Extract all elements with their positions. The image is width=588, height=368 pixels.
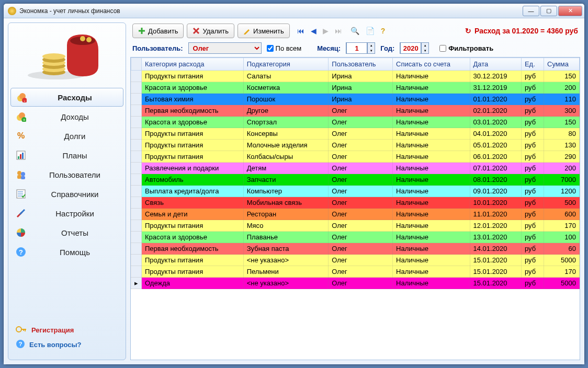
cell[interactable]: Пельмени: [243, 266, 329, 278]
cell[interactable]: 08.01.2020: [470, 174, 521, 186]
year-up[interactable]: ▲: [421, 43, 428, 48]
delete-button[interactable]: Удалить: [187, 24, 234, 38]
cell[interactable]: Наличные: [393, 151, 470, 163]
cell[interactable]: Одежда: [142, 278, 244, 289]
cell[interactable]: Олег: [329, 278, 393, 289]
cell[interactable]: Олег: [329, 174, 393, 186]
cell[interactable]: Олег: [329, 197, 393, 209]
nav-reports[interactable]: Отчеты: [10, 223, 123, 242]
cell[interactable]: 170: [544, 220, 580, 232]
cell[interactable]: 01.01.2020: [470, 94, 521, 105]
cell[interactable]: Автомобиль: [142, 174, 244, 186]
table-row[interactable]: Первая необходимостьЗубная пастаОлегНали…: [131, 243, 580, 255]
cell[interactable]: <не указано>: [243, 278, 329, 289]
cell[interactable]: Бытовая химия: [142, 94, 244, 105]
cell[interactable]: Продукты питания: [142, 128, 244, 140]
cell[interactable]: Продукты питания: [142, 220, 244, 232]
minimize-button[interactable]: —: [523, 6, 539, 16]
cell[interactable]: Запчасти: [243, 174, 329, 186]
nav-income[interactable]: + Доходы: [10, 107, 123, 126]
cell[interactable]: Плаванье: [243, 232, 329, 243]
cell[interactable]: Олег: [329, 105, 393, 117]
cell[interactable]: Мобильная связь: [243, 197, 329, 209]
cell[interactable]: 500: [544, 197, 580, 209]
table-row[interactable]: Красота и здоровьеПлаваньеОлегНаличные13…: [131, 232, 580, 243]
cell[interactable]: Другое: [243, 105, 329, 117]
cell[interactable]: Красота и здоровье: [142, 117, 244, 128]
year-down[interactable]: ▼: [421, 48, 428, 53]
edit-button[interactable]: Изменить: [238, 24, 290, 38]
cell[interactable]: 02.01.2020: [470, 105, 521, 117]
cell[interactable]: 07.01.2020: [470, 163, 521, 174]
cell[interactable]: Олег: [329, 266, 393, 278]
cell[interactable]: руб: [521, 117, 544, 128]
month-up[interactable]: ▲: [367, 43, 375, 48]
cell[interactable]: Наличные: [393, 128, 470, 140]
cell[interactable]: Косметика: [243, 82, 329, 94]
table-row[interactable]: Продукты питанияМясоОлегНаличные12.01.20…: [131, 220, 580, 232]
export-icon[interactable]: 📄: [366, 27, 375, 35]
cell[interactable]: 1200: [544, 186, 580, 197]
cell[interactable]: 200: [544, 82, 580, 94]
cell[interactable]: 12.01.2020: [470, 220, 521, 232]
cell[interactable]: 15.01.2020: [470, 278, 521, 289]
cell[interactable]: Наличные: [393, 266, 470, 278]
register-link[interactable]: Регистрация: [16, 325, 118, 335]
cell[interactable]: 60: [544, 243, 580, 255]
add-button[interactable]: Добавить: [132, 24, 184, 38]
user-select[interactable]: Олег: [188, 42, 262, 54]
table-row[interactable]: СвязьМобильная связьОлегНаличные10.01.20…: [131, 197, 580, 209]
cell[interactable]: 31.12.2019: [470, 82, 521, 94]
cell[interactable]: руб: [521, 140, 544, 151]
cell[interactable]: руб: [521, 197, 544, 209]
titlebar[interactable]: Экономка - учет личных финансов — ▢ ✕: [4, 4, 584, 18]
table-row[interactable]: Продукты питанияМолочные изделияОлегНали…: [131, 140, 580, 151]
cell[interactable]: 300: [544, 105, 580, 117]
column-header[interactable]: Ед.: [521, 58, 544, 71]
table-row[interactable]: Бытовая химияПорошокИринаНаличные01.01.2…: [131, 94, 580, 105]
nav-help[interactable]: ? Помощь: [10, 243, 123, 261]
cell[interactable]: Детям: [243, 163, 329, 174]
cell[interactable]: Консервы: [243, 128, 329, 140]
table-row[interactable]: Первая необходимостьДругоеОлегНаличные02…: [131, 105, 580, 117]
cell[interactable]: руб: [521, 278, 544, 289]
cell[interactable]: Выплата кредита/долга: [142, 186, 244, 197]
cell[interactable]: Ирина: [329, 94, 393, 105]
cell[interactable]: Олег: [329, 163, 393, 174]
cell[interactable]: 150: [544, 117, 580, 128]
cell[interactable]: Компьютер: [243, 186, 329, 197]
cell[interactable]: Наличные: [393, 117, 470, 128]
close-button[interactable]: ✕: [558, 6, 582, 16]
cell[interactable]: Наличные: [393, 140, 470, 151]
table-row[interactable]: Красота и здоровьеКосметикаИринаНаличные…: [131, 82, 580, 94]
nav-expenses[interactable]: - Расходы: [10, 88, 123, 107]
cell[interactable]: Наличные: [393, 255, 470, 266]
cell[interactable]: 600: [544, 209, 580, 220]
cell[interactable]: Олег: [329, 186, 393, 197]
questions-link[interactable]: ? Есть вопросы?: [16, 339, 118, 350]
cell[interactable]: 06.01.2020: [470, 151, 521, 163]
cell[interactable]: Олег: [329, 209, 393, 220]
cell[interactable]: Наличные: [393, 232, 470, 243]
nav-plans[interactable]: Планы: [10, 146, 123, 165]
cell[interactable]: Спортзал: [243, 117, 329, 128]
cell[interactable]: Олег: [329, 140, 393, 151]
table-row[interactable]: Продукты питанияКолбасы/сырыОлегНаличные…: [131, 151, 580, 163]
cell[interactable]: Молочные изделия: [243, 140, 329, 151]
cell[interactable]: 7000: [544, 174, 580, 186]
grid-container[interactable]: Категория расходаПодкатегорияПользовател…: [130, 57, 580, 360]
cell[interactable]: Олег: [329, 243, 393, 255]
cell[interactable]: Наличные: [393, 197, 470, 209]
column-header[interactable]: Сумма: [544, 58, 580, 71]
help-toolbar-icon[interactable]: ?: [381, 27, 386, 35]
cell[interactable]: Салаты: [243, 71, 329, 82]
cell[interactable]: Наличные: [393, 220, 470, 232]
cell[interactable]: 03.01.2020: [470, 117, 521, 128]
cell[interactable]: Продукты питания: [142, 151, 244, 163]
column-header[interactable]: Дата: [470, 58, 521, 71]
month-input[interactable]: [346, 42, 367, 54]
table-row[interactable]: Продукты питанияКонсервыОлегНаличные04.0…: [131, 128, 580, 140]
cell[interactable]: 15.01.2020: [470, 255, 521, 266]
cell[interactable]: руб: [521, 220, 544, 232]
cell[interactable]: руб: [521, 232, 544, 243]
